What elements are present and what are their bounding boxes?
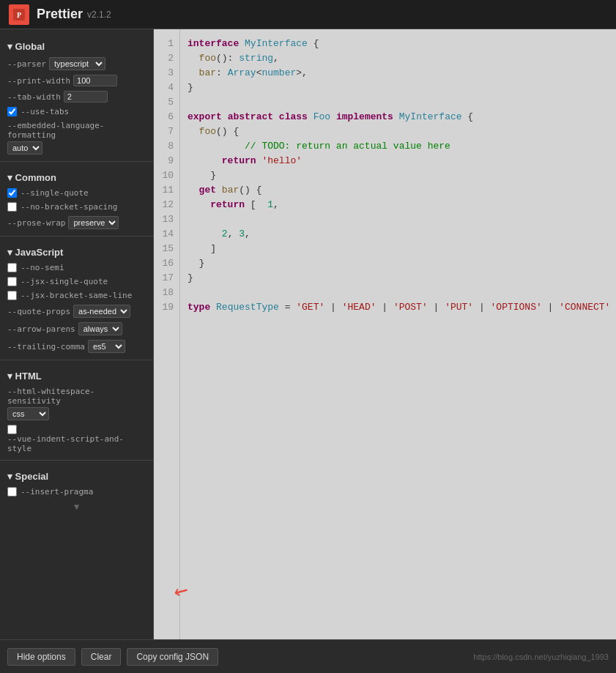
prose-wrap-select[interactable]: preserve always never	[68, 216, 119, 229]
trailing-comma-select[interactable]: es5 all none	[88, 340, 125, 353]
global-section-header: ▾ Global	[0, 35, 153, 55]
no-bracket-spacing-option: --no-bracket-spacing	[0, 200, 153, 214]
use-tabs-label: --use-tabs	[21, 107, 69, 116]
insert-pragma-checkbox[interactable]	[7, 487, 17, 497]
use-tabs-checkbox[interactable]	[7, 107, 17, 116]
html-whitespace-select[interactable]: css ignore strict	[7, 407, 49, 420]
html-whitespace-label: --html-whitespace-sensitivity	[7, 387, 143, 406]
use-tabs-option: --use-tabs	[0, 105, 153, 119]
vue-indent-label: --vue-indent-script-and-style	[7, 434, 146, 453]
tab-width-input[interactable]	[64, 91, 108, 103]
divider-2	[0, 236, 153, 237]
divider-3	[0, 360, 153, 360]
print-width-input[interactable]	[73, 75, 117, 86]
html-whitespace-option: --html-whitespace-sensitivity css ignore…	[0, 384, 153, 423]
arrow-parens-select[interactable]: always avoid	[78, 322, 122, 335]
common-section-header: ▾ Common	[0, 166, 153, 186]
quote-props-select[interactable]: as-needed consistent preserve	[73, 305, 130, 318]
main-layout: ▾ Global --parser typescript babel babel…	[0, 29, 616, 639]
app-title: Prettier	[37, 7, 83, 22]
special-section-header: ▾ Special	[0, 465, 153, 485]
tab-width-option: --tab-width	[0, 89, 153, 105]
prettier-logo: P	[9, 4, 29, 25]
divider-4	[0, 460, 153, 461]
line-numbers: 12345 678910 1112131415 16171819	[154, 29, 180, 639]
divider-1	[0, 161, 153, 162]
jsx-single-quote-option: --jsx-single-quote	[0, 275, 153, 289]
prose-wrap-option: --prose-wrap preserve always never	[0, 214, 153, 231]
prose-wrap-label: --prose-wrap	[7, 218, 65, 228]
code-container: 12345 678910 1112131415 16171819 interfa…	[154, 29, 616, 639]
arrow-parens-label: --arrow-parens	[7, 324, 75, 334]
single-quote-label: --single-quote	[21, 188, 89, 198]
footer-url: https://blog.csdn.net/yuzhiqiang_1993	[473, 652, 609, 661]
insert-pragma-option: --insert-pragma	[0, 485, 153, 499]
copy-config-button[interactable]: Copy config JSON	[127, 648, 218, 666]
jsx-bracket-same-line-option: --jsx-bracket-same-line	[0, 289, 153, 302]
print-width-option: --print-width	[0, 72, 153, 89]
parser-select[interactable]: typescript babel babel-flow css html jso…	[49, 57, 105, 70]
vue-indent-checkbox[interactable]	[7, 425, 17, 434]
single-quote-option: --single-quote	[0, 186, 153, 200]
embedded-lang-select[interactable]: auto off	[7, 141, 42, 155]
no-semi-checkbox[interactable]	[7, 263, 17, 272]
print-width-label: --print-width	[7, 76, 70, 86]
app-version: v2.1.2	[87, 10, 111, 20]
no-bracket-spacing-checkbox[interactable]	[7, 202, 17, 212]
clear-button[interactable]: Clear	[81, 648, 122, 666]
header: P Prettier v2.1.2	[0, 0, 616, 29]
arrow-parens-option: --arrow-parens always avoid	[0, 320, 153, 338]
tab-width-label: --tab-width	[7, 92, 61, 102]
embedded-lang-label: --embedded-language-formatting	[7, 121, 104, 140]
single-quote-checkbox[interactable]	[7, 188, 17, 198]
trailing-comma-label: --trailing-comma	[7, 342, 85, 352]
no-semi-label: --no-semi	[21, 263, 64, 272]
javascript-section-header: ▾ JavaScript	[0, 241, 153, 261]
code-editor: 12345 678910 1112131415 16171819 interfa…	[154, 29, 616, 639]
embedded-lang-option: --embedded-language-formatting auto off	[0, 119, 153, 157]
code-text: interface MyInterface { foo(): string, b…	[180, 29, 616, 639]
no-semi-option: --no-semi	[0, 261, 153, 275]
jsx-single-quote-checkbox[interactable]	[7, 277, 17, 286]
parser-label: --parser	[7, 59, 46, 69]
scroll-indicator: ▼	[0, 499, 153, 515]
vue-indent-option: --vue-indent-script-and-style	[0, 423, 153, 456]
hide-options-button[interactable]: Hide options	[7, 648, 75, 666]
trailing-comma-option: --trailing-comma es5 all none	[0, 338, 153, 355]
jsx-bracket-same-line-label: --jsx-bracket-same-line	[21, 291, 132, 300]
jsx-bracket-same-line-checkbox[interactable]	[7, 291, 17, 300]
sidebar: ▾ Global --parser typescript babel babel…	[0, 29, 154, 639]
svg-text:P: P	[17, 11, 21, 19]
parser-option: --parser typescript babel babel-flow css…	[0, 55, 153, 72]
no-bracket-spacing-label: --no-bracket-spacing	[21, 202, 117, 212]
quote-props-option: --quote-props as-needed consistent prese…	[0, 302, 153, 320]
footer: Hide options Clear Copy config JSON http…	[0, 639, 616, 673]
jsx-single-quote-label: --jsx-single-quote	[21, 277, 108, 286]
insert-pragma-label: --insert-pragma	[21, 487, 93, 497]
quote-props-label: --quote-props	[7, 307, 70, 316]
html-section-header: ▾ HTML	[0, 365, 153, 384]
